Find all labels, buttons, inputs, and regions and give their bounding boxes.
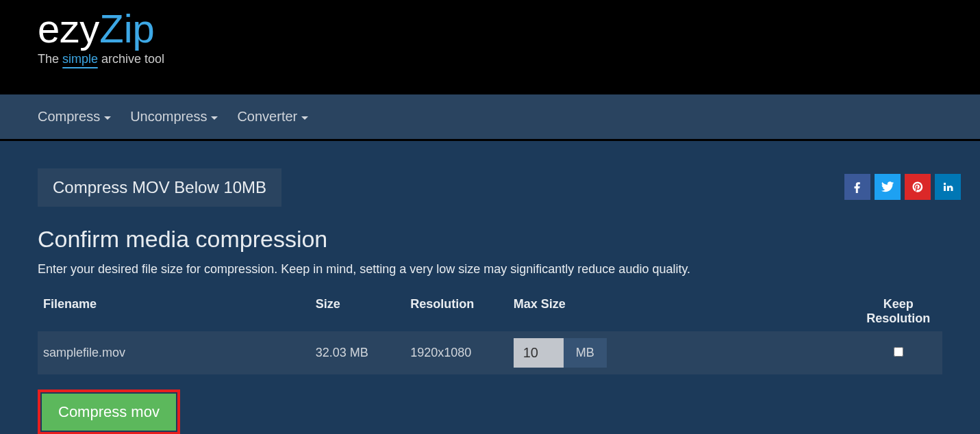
- table-row: samplefile.mov 32.03 MB 1920x1080 MB: [38, 331, 942, 374]
- compress-button-label: Compress mov: [58, 403, 160, 420]
- tab-label: Compress MOV Below 10MB: [53, 178, 266, 196]
- tagline: The simple archive tool: [38, 52, 942, 66]
- logo-part2: Zip: [99, 6, 155, 51]
- content: Compress MOV Below 10MB Confirm media co…: [0, 141, 980, 434]
- header-maxsize: Max Size: [505, 297, 855, 326]
- logo[interactable]: ezyZip The simple archive tool: [38, 7, 942, 66]
- cell-keep: [854, 346, 942, 360]
- logo-text: ezyZip: [38, 7, 942, 51]
- tagline-simple: simple: [62, 52, 98, 66]
- nav-uncompress[interactable]: Uncompress: [130, 109, 218, 125]
- nav-compress[interactable]: Compress: [38, 109, 111, 125]
- cell-resolution: 1920x1080: [410, 346, 505, 360]
- tagline-pre: The: [38, 52, 62, 66]
- nav-uncompress-label: Uncompress: [130, 109, 207, 125]
- logo-part1: ezy: [38, 6, 99, 51]
- header-keep: Keep Resolution: [854, 297, 942, 326]
- header-size: Size: [316, 297, 411, 326]
- cell-size: 32.03 MB: [316, 346, 411, 360]
- navbar: Compress Uncompress Converter: [0, 94, 980, 141]
- linkedin-button[interactable]: [935, 174, 961, 200]
- section-desc: Enter your desired file size for compres…: [38, 262, 942, 277]
- twitter-icon: [881, 180, 894, 194]
- file-table: Filename Size Resolution Max Size Keep R…: [38, 292, 942, 374]
- header-filename: Filename: [38, 297, 316, 326]
- section-title: Confirm media compression: [38, 226, 942, 253]
- keep-resolution-checkbox[interactable]: [894, 347, 903, 357]
- tab-compress-mov[interactable]: Compress MOV Below 10MB: [38, 168, 281, 207]
- tagline-post: archive tool: [98, 52, 164, 66]
- pinterest-button[interactable]: [905, 174, 931, 200]
- nav-compress-label: Compress: [38, 109, 100, 125]
- nav-converter[interactable]: Converter: [237, 109, 308, 125]
- compress-button-highlight: Compress mov: [38, 390, 180, 434]
- chevron-down-icon: [301, 116, 308, 120]
- maxsize-input-group: MB: [514, 338, 607, 368]
- twitter-button[interactable]: [875, 174, 901, 200]
- maxsize-unit: MB: [564, 338, 607, 368]
- header-resolution: Resolution: [410, 297, 505, 326]
- maxsize-input[interactable]: [514, 338, 564, 368]
- cell-filename: samplefile.mov: [38, 346, 316, 360]
- facebook-button[interactable]: [844, 174, 870, 200]
- facebook-icon: [851, 181, 864, 193]
- chevron-down-icon: [104, 116, 111, 120]
- compress-button[interactable]: Compress mov: [42, 394, 176, 431]
- header: ezyZip The simple archive tool: [0, 0, 980, 94]
- cell-maxsize: MB: [505, 338, 855, 368]
- pinterest-icon: [912, 181, 924, 193]
- linkedin-icon: [942, 181, 954, 193]
- nav-converter-label: Converter: [237, 109, 297, 125]
- table-header: Filename Size Resolution Max Size Keep R…: [38, 292, 942, 331]
- social-icons: [844, 174, 961, 200]
- chevron-down-icon: [211, 116, 218, 120]
